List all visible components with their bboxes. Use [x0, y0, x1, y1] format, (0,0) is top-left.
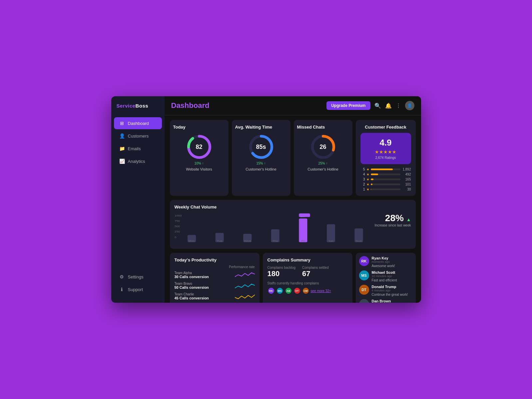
svg-text:Wed: Wed: [244, 240, 251, 242]
review-text-3: Continue the great work!: [372, 293, 408, 296]
main-content: Dashboard Upgrade Premium 🔍 🔔 ⋮ 👤 Today: [165, 96, 421, 303]
rating-count: 2,674 Ratings: [365, 156, 406, 160]
app-logo: ServiceBoss: [111, 103, 165, 117]
svg-text:Sat: Sat: [328, 240, 333, 242]
team-charlie-name: Team Charlie: [175, 292, 209, 296]
svg-text:Thu: Thu: [272, 240, 278, 242]
team-bravo-name: Team Bravo: [175, 282, 209, 285]
header-actions: Upgrade Premium 🔍 🔔 ⋮ 👤: [326, 101, 414, 110]
complains-backlog-col: Complains backlog 180: [267, 266, 296, 278]
sidebar-nav: ⊞ Dashboard 👤 Customers 📁 Emails 📈 Analy…: [111, 117, 165, 265]
productivity-title: Today's Productivity: [175, 257, 255, 262]
handling-avatars: RK MS AB DT CM see more 32+: [267, 287, 348, 294]
chart-area: 1000 750 500 250 0 807: [175, 213, 411, 244]
avatar-ab: AB: [285, 287, 292, 294]
team-alpha-sparkline: [235, 271, 255, 279]
svg-text:1000: 1000: [175, 214, 182, 217]
sidebar-item-support[interactable]: ℹ Support: [114, 283, 162, 295]
svg-text:Fri: Fri: [301, 240, 305, 242]
customers-icon: 👤: [119, 133, 125, 139]
rating-bar-3: 3 ★ 165: [360, 178, 411, 181]
team-info-charlie: Team Charlie 45 Calls conversion: [175, 292, 209, 300]
team-info-bravo: Team Bravo 50 Calls conversion: [175, 282, 209, 289]
team-row-bravo: Team Bravo 50 Calls conversion: [175, 281, 255, 289]
today-card-title: Today: [173, 125, 186, 130]
chart-increase-pct: 28% ▲: [375, 213, 411, 223]
review-text-2: Fast and efficient: [372, 278, 397, 282]
handling-label: Staffs currently handling complains: [267, 281, 348, 285]
today-stat-card: Today 82 10% ↑ Website Visitors: [170, 120, 229, 196]
svg-text:0: 0: [175, 236, 177, 238]
sidebar-item-dashboard[interactable]: ⊞ Dashboard: [114, 117, 162, 129]
user-avatar[interactable]: 👤: [405, 101, 414, 110]
avatar-rk: RK: [267, 287, 275, 294]
review-content-2: Michael Scott 10 minutes ago Fast and ef…: [372, 270, 397, 282]
team-bravo-calls: 50 Calls conversion: [175, 285, 209, 289]
review-time-3: 4 minutes ago: [372, 289, 408, 292]
reviews-card: RK Ryan Key moments ago Awesome work! MS…: [356, 253, 416, 303]
svg-rect-16: [299, 218, 307, 242]
upgrade-button[interactable]: Upgrade Premium: [326, 101, 370, 110]
team-alpha-calls: 30 Calls conversion: [175, 275, 209, 279]
settings-icon: ⚙: [119, 274, 125, 279]
sidebar-item-analytics[interactable]: 📈 Analytics: [114, 155, 162, 167]
support-icon: ℹ: [119, 287, 125, 292]
rating-number: 4.9: [365, 138, 406, 148]
avg-wait-label: Customer's Hotline: [246, 167, 276, 171]
missed-chats-value: 26: [319, 144, 326, 151]
review-item-3: DT Donald Trump 4 minutes ago Continue t…: [359, 285, 412, 296]
sidebar-bottom: ⚙ Settings ℹ Support: [111, 265, 165, 296]
chart-stat: 28% ▲ Increase since last week: [375, 213, 411, 227]
weekly-chart-section: Weekly Chat Volume 1000 750 500 250 0: [170, 200, 416, 249]
svg-rect-19: [326, 224, 335, 242]
missed-chats-change: 25% ↑: [318, 162, 328, 165]
review-item-4: DB Dan Brown moments ago Quick replies. …: [359, 299, 412, 303]
today-donut: 82: [186, 134, 213, 160]
avg-wait-change: 15% ↑: [257, 162, 266, 165]
content-area: Today 82 10% ↑ Website Visitors: [165, 115, 421, 303]
rating-badge: 4.9 ★★★★★ 2,674 Ratings: [360, 133, 411, 164]
dashboard-icon: ⊞: [119, 121, 125, 126]
team-row-alpha: Team Alpha 30 Calls conversion: [175, 271, 255, 279]
top-cards-row: Today 82 10% ↑ Website Visitors: [170, 120, 416, 196]
svg-text:250: 250: [175, 231, 180, 233]
sidebar-item-settings[interactable]: ⚙ Settings: [114, 271, 162, 283]
missed-chats-label: Customer's Hotline: [307, 167, 338, 171]
review-time-1: moments ago: [372, 260, 395, 263]
reviewer-name-3: Donald Trump: [372, 285, 408, 289]
team-bravo-sparkline: [235, 281, 255, 289]
today-change: 10% ↑: [195, 162, 204, 165]
review-avatar-2: MS: [359, 270, 369, 280]
review-avatar-4: DB: [359, 299, 369, 303]
notifications-icon[interactable]: 🔔: [385, 103, 392, 109]
complains-settled-col: Complains settled 67: [302, 266, 328, 278]
sidebar-item-emails[interactable]: 📁 Emails: [114, 143, 162, 155]
complains-card: Complains Summary Complains backlog 180 …: [263, 253, 352, 303]
productivity-headers: Performance rate: [175, 265, 255, 269]
productivity-card: Today's Productivity Performance rate Te…: [170, 253, 260, 303]
complains-cols: Complains backlog 180 Complains settled …: [267, 266, 348, 278]
avatar-dt: DT: [293, 287, 301, 294]
team-charlie-calls: 45 Calls conversion: [175, 296, 209, 300]
search-icon[interactable]: 🔍: [374, 103, 381, 109]
chart-title: Weekly Chat Volume: [175, 204, 411, 209]
avg-wait-card: Avg. Waiting Time 85s 15% ↑ Customer's H…: [232, 120, 290, 196]
settled-value: 67: [302, 269, 328, 278]
avatar-cm: CM: [302, 287, 309, 294]
rating-stars: ★★★★★: [365, 149, 406, 155]
reviewer-name-4: Dan Brown: [372, 299, 410, 303]
today-value: 82: [196, 144, 202, 151]
feedback-card: Customer Feedback 4.9 ★★★★★ 2,674 Rating…: [356, 120, 416, 196]
review-time-2: 10 minutes ago: [372, 274, 397, 278]
backlog-value: 180: [267, 269, 296, 278]
more-options-icon[interactable]: ⋮: [396, 103, 401, 109]
review-item-2: MS Michael Scott 10 minutes ago Fast and…: [359, 270, 412, 282]
team-alpha-name: Team Alpha: [175, 271, 209, 275]
team-row-charlie: Team Charlie 45 Calls conversion: [175, 292, 255, 300]
review-content-3: Donald Trump 4 minutes ago Continue the …: [372, 285, 408, 296]
team-info-alpha: Team Alpha 30 Calls conversion: [175, 271, 209, 279]
feedback-title: Customer Feedback: [360, 125, 411, 130]
avg-wait-title: Avg. Waiting Time: [235, 125, 272, 130]
sidebar-item-customers[interactable]: 👤 Customers: [114, 130, 162, 142]
see-more-link[interactable]: see more 32+: [311, 289, 331, 293]
